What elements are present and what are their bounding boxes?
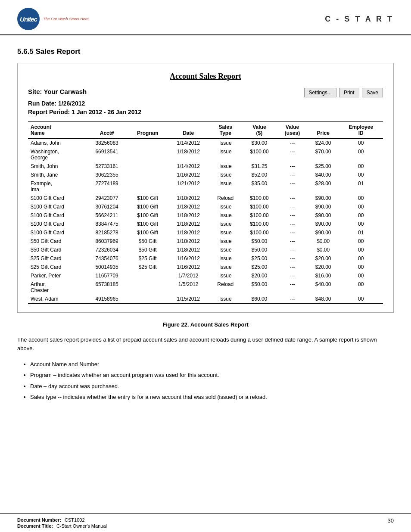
table-row: Smith, John527331611/14/2012Issue$31.25-…: [28, 162, 383, 171]
body-text: The account sales report provides a list…: [17, 336, 394, 352]
col-account-name: AccountName: [28, 122, 86, 139]
doc-title-label: Document Title:: [17, 523, 53, 529]
report-buttons: Settings... Print Save: [304, 88, 383, 97]
section-title: 5.6.5 Sales Report: [0, 35, 411, 63]
doc-number-label: Document Number:: [17, 517, 61, 523]
table-row: Adams, John382560831/14/2012Issue$30.00-…: [28, 139, 383, 148]
table-row: $100 Gift Card29423077$100 Gift1/18/2012…: [28, 194, 383, 202]
settings-button[interactable]: Settings...: [304, 88, 336, 97]
col-date: Date: [167, 122, 209, 139]
report-meta-row: Site: Your Carwash Settings... Print Sav…: [28, 88, 383, 97]
table-row: Smith, Jane306223551/16/2012Issue$52.00-…: [28, 171, 383, 179]
print-button[interactable]: Print: [339, 88, 359, 97]
table-row: $50 Gift Card72326034$50 Gift1/18/2012Is…: [28, 246, 383, 254]
col-employee-id: EmployeeID: [339, 122, 383, 139]
table-row: $25 Gift Card74354076$25 Gift1/16/2012Is…: [28, 254, 383, 263]
unitec-logo: Unitec: [17, 8, 40, 30]
table-row: $100 Gift Card56624211$100 Gift1/18/2012…: [28, 211, 383, 220]
report-run-date: Run Date: 1/26/2012: [28, 100, 383, 107]
page-footer: Document Number: CST1002 Document Title:…: [0, 513, 411, 532]
table-row: $100 Gift Card82185278$100 Gift1/18/2012…: [28, 228, 383, 237]
logo-tagline: The Car Wash Starts Here.: [43, 17, 90, 21]
table-row: West, Adam491589651/15/2012Issue$60.00--…: [28, 295, 383, 304]
table-row: $100 Gift Card30761204$100 Gift1/18/2012…: [28, 202, 383, 211]
table-header-row: AccountName Acct# Program Date SalesType…: [28, 122, 383, 139]
doc-title-value: C-Start Owner's Manual: [56, 523, 107, 529]
logo-text: Unitec: [20, 16, 37, 23]
table-row: Arthur,Chester657381851/5/2012Reload$50.…: [28, 280, 383, 295]
list-item: Program – indicates whether an account p…: [30, 370, 394, 380]
bullet-list: Account Name and NumberProgram – indicat…: [30, 359, 394, 402]
report-container: Account Sales Report Site: Your Carwash …: [17, 63, 394, 313]
section-label: C - S T A R T: [325, 15, 394, 24]
col-value-uses: Value(uses): [277, 122, 308, 139]
col-acct: Acct#: [86, 122, 128, 139]
table-row: $25 Gift Card50014935$25 Gift1/16/2012Is…: [28, 263, 383, 271]
table-row: $50 Gift Card86037969$50 Gift1/18/2012Is…: [28, 237, 383, 246]
table-row: Example,Ima272741891/21/2012Issue$35.00-…: [28, 179, 383, 194]
table-row: $100 Gift Card83847475$100 Gift1/18/2012…: [28, 220, 383, 228]
footer-left: Document Number: CST1002 Document Title:…: [17, 517, 107, 529]
col-value-dollar: Value($): [242, 122, 277, 139]
report-title: Account Sales Report: [28, 72, 383, 81]
table-row: Washington,George669135411/18/2012Issue$…: [28, 147, 383, 162]
list-item: Account Name and Number: [30, 359, 394, 369]
list-item: Date – day account was purchased.: [30, 381, 394, 391]
page-number: 30: [388, 517, 394, 529]
logo-area: Unitec The Car Wash Starts Here.: [17, 8, 90, 30]
report-period: Report Period: 1 Jan 2012 - 26 Jan 2012: [28, 109, 383, 115]
doc-number-value: CST1002: [65, 517, 84, 523]
page-header: Unitec The Car Wash Starts Here. C - S T…: [0, 0, 411, 35]
list-item: Sales type -- indicates whether the entr…: [30, 392, 394, 402]
footer-doc-title-row: Document Title: C-Start Owner's Manual: [17, 523, 107, 529]
sales-report-table: AccountName Acct# Program Date SalesType…: [28, 121, 383, 304]
col-price: Price: [308, 122, 339, 139]
figure-caption: Figure 22. Account Sales Report: [17, 321, 394, 328]
col-sales-type: SalesType: [209, 122, 242, 139]
save-button[interactable]: Save: [362, 88, 383, 97]
footer-doc-number-row: Document Number: CST1002: [17, 517, 107, 523]
col-program: Program: [128, 122, 168, 139]
table-row: Parker, Peter116577091/7/2012Issue$20.00…: [28, 271, 383, 280]
report-site: Site: Your Carwash: [28, 88, 87, 95]
